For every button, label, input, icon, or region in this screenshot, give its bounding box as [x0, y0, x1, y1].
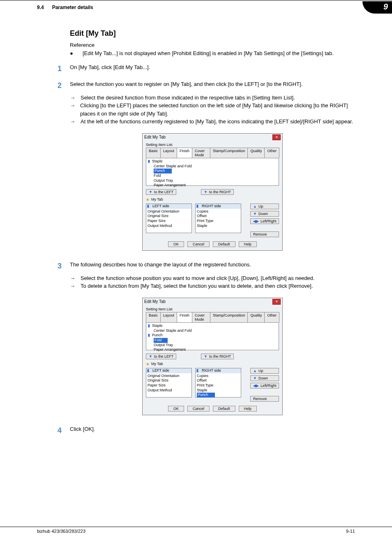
list-item[interactable]: Center Staple and Fold	[154, 164, 192, 168]
right-side-list[interactable]: ▮RIGHT side Copies Offset Print Type Sta…	[195, 368, 241, 398]
left-right-button[interactable]: ◀▶Left/Right	[250, 218, 279, 224]
list-item[interactable]: Output Method	[148, 388, 190, 393]
down-button[interactable]: ▼Down	[250, 211, 279, 217]
list-item[interactable]: Copies	[197, 209, 240, 214]
cancel-button[interactable]: Cancel	[187, 406, 210, 412]
right-icon: ▮	[196, 204, 201, 209]
list-item[interactable]: Original Size	[148, 378, 190, 383]
tab-stamp[interactable]: Stamp/Composition	[210, 312, 248, 322]
left-side-list[interactable]: ▮LEFT side Original Orientation Original…	[146, 204, 192, 233]
tab-cover-mode[interactable]: Cover Mode	[192, 312, 210, 322]
tab-layout[interactable]: Layout	[160, 148, 177, 158]
to-the-right-button[interactable]: ▼to the RIGHT	[201, 354, 234, 359]
list-item[interactable]: Output Tray	[154, 343, 173, 347]
list-item[interactable]: Print Type	[197, 219, 240, 224]
list-item[interactable]: Original Orientation	[148, 374, 190, 379]
to-the-left-button[interactable]: ▼to the LEFT	[146, 354, 176, 359]
list-item[interactable]: Staple	[197, 388, 240, 393]
list-item[interactable]: Paper Arrangement	[154, 183, 186, 187]
arrow-icon: →	[70, 282, 76, 290]
chevron-down-icon: ▼	[149, 190, 152, 194]
left-right-button[interactable]: ◀▶Left/Right	[250, 383, 279, 388]
to-the-right-button[interactable]: ▼to the RIGHT	[201, 189, 234, 195]
list-item-selected[interactable]: Punch	[154, 169, 172, 173]
tab-cover-mode[interactable]: Cover Mode	[192, 148, 210, 158]
chevron-down-icon: ▼	[253, 376, 257, 380]
close-icon[interactable]: ✕	[272, 299, 281, 305]
step-2c-text: At the left of the functions currently r…	[81, 118, 353, 126]
close-icon[interactable]: ✕	[272, 134, 281, 140]
list-item[interactable]: Output Method	[148, 224, 190, 229]
edit-my-tab-dialog: Edit My Tab ✕ Setting Item List Basic La…	[142, 298, 283, 415]
list-item[interactable]: Paper Size	[148, 383, 190, 388]
list-item[interactable]: Offset	[197, 214, 240, 219]
arrow-icon: →	[70, 94, 76, 102]
list-item[interactable]: Copies	[197, 374, 240, 379]
tab-layout[interactable]: Layout	[160, 312, 177, 322]
default-button[interactable]: Default	[213, 241, 235, 247]
tab-quality[interactable]: Quality	[247, 148, 265, 158]
list-item[interactable]: Staple	[197, 224, 240, 229]
list-item-selected[interactable]: Punch	[197, 393, 215, 398]
left-icon: ▮	[147, 204, 151, 209]
to-the-left-button[interactable]: ▼to the LEFT	[146, 189, 176, 195]
right-side-header: RIGHT side	[202, 368, 221, 373]
chevron-down-icon: ▼	[204, 190, 208, 194]
dialog-title: Edit My Tab	[144, 135, 166, 139]
right-side-list[interactable]: ▮RIGHT side Copies Offset Print Type Sta…	[195, 204, 241, 233]
default-button[interactable]: Default	[213, 406, 235, 412]
left-side-header: LEFT side	[152, 204, 169, 209]
registered-icon: ▮	[148, 159, 152, 164]
list-item[interactable]: Punch	[152, 333, 163, 337]
remove-button[interactable]: Remove	[250, 396, 279, 402]
help-button[interactable]: Help	[239, 406, 257, 412]
list-item[interactable]: Paper Arrangement	[154, 347, 186, 352]
list-item[interactable]: Print Type	[197, 383, 240, 388]
list-item[interactable]: Center Staple and Fold	[154, 328, 192, 333]
help-button[interactable]: Help	[239, 241, 257, 247]
tab-other[interactable]: Other	[264, 148, 279, 158]
left-icon: ▮	[147, 368, 151, 373]
list-item-selected[interactable]: Fold	[154, 338, 168, 343]
registered-icon: ▮	[148, 324, 152, 328]
dialog-tabs: Basic Layout Finish Cover Mode Stamp/Com…	[146, 148, 279, 158]
tab-finish[interactable]: Finish	[177, 148, 192, 158]
setting-item-list[interactable]: ▮Staple Center Staple and Fold ▮Punch Fo…	[146, 323, 279, 350]
tab-stamp[interactable]: Stamp/Composition	[210, 148, 248, 158]
ok-button[interactable]: OK	[168, 241, 184, 247]
star-icon: ★	[146, 197, 150, 202]
footer-page: 9-11	[346, 529, 355, 534]
up-button[interactable]: ▲Up	[250, 204, 279, 209]
edit-my-tab-dialog: Edit My Tab ✕ Setting Item List Basic La…	[142, 133, 283, 251]
tab-other[interactable]: Other	[264, 312, 279, 322]
remove-button[interactable]: Remove	[250, 231, 279, 237]
list-item[interactable]: Original Size	[148, 214, 190, 219]
right-icon: ▮	[196, 368, 201, 373]
down-button[interactable]: ▼Down	[250, 375, 279, 381]
ok-button[interactable]: OK	[168, 406, 184, 412]
left-side-list[interactable]: ▮LEFT side Original Orientation Original…	[146, 368, 192, 398]
list-item[interactable]: Staple	[152, 159, 163, 163]
list-item[interactable]: Staple	[152, 324, 163, 328]
step-number-2: 2	[53, 80, 62, 91]
list-item[interactable]: Paper Size	[148, 219, 190, 224]
list-item[interactable]: Output Tray	[154, 178, 173, 183]
cancel-button[interactable]: Cancel	[187, 241, 210, 247]
chevron-up-icon: ▲	[253, 369, 257, 373]
tab-basic[interactable]: Basic	[146, 148, 161, 158]
section-number: 9.4	[37, 5, 44, 10]
step-3a-text: Select the function whose position you w…	[81, 274, 314, 282]
chapter-badge: 9	[362, 1, 392, 14]
step-3-text: The following describes how to change th…	[70, 261, 251, 272]
my-tab-label: My Tab	[151, 362, 163, 366]
setting-item-list[interactable]: ▮Staple Center Staple and Fold Punch Fol…	[146, 158, 279, 186]
chevron-down-icon: ▼	[204, 354, 208, 358]
list-item[interactable]: Offset	[197, 378, 240, 383]
step-4-text: Click [OK].	[70, 425, 95, 436]
tab-finish[interactable]: Finish	[177, 312, 192, 322]
list-item[interactable]: Original Orientation	[148, 209, 190, 214]
tab-quality[interactable]: Quality	[247, 312, 265, 322]
tab-basic[interactable]: Basic	[146, 312, 161, 322]
list-item[interactable]: Fold	[154, 173, 161, 178]
up-button[interactable]: ▲Up	[250, 368, 279, 374]
